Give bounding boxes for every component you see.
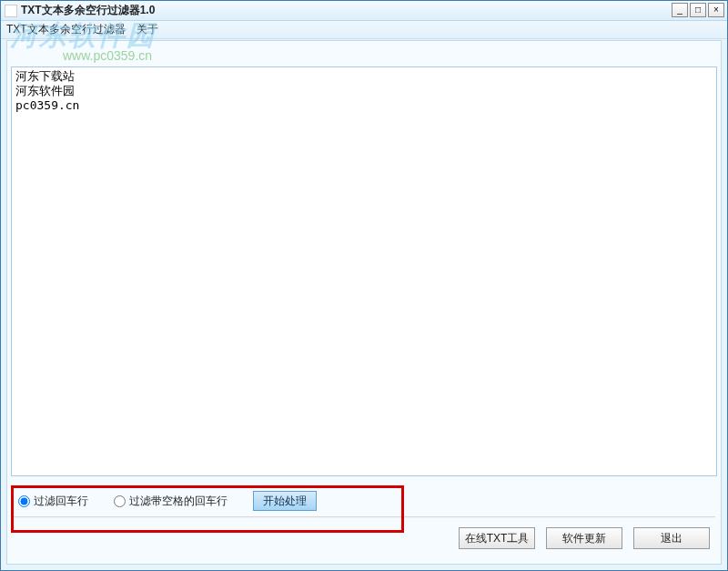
main-textarea[interactable]: [12, 67, 716, 475]
update-button[interactable]: 软件更新: [546, 527, 622, 549]
online-tool-button[interactable]: 在线TXT工具: [459, 527, 535, 549]
menu-main[interactable]: TXT文本多余空行过滤器: [6, 22, 126, 37]
maximize-button[interactable]: □: [690, 3, 706, 17]
radio-filter-space-cr[interactable]: 过滤带空格的回车行: [114, 494, 228, 509]
bottom-button-row: 在线TXT工具 软件更新 退出: [459, 527, 710, 549]
menubar: TXT文本多余空行过滤器 关于: [1, 21, 727, 39]
radio-filter-cr-input[interactable]: [18, 495, 30, 507]
window-title: TXT文本多余空行过滤器1.0: [21, 3, 155, 18]
window-controls: _ □ ×: [672, 3, 724, 17]
radio-filter-cr[interactable]: 过滤回车行: [18, 494, 88, 509]
titlebar[interactable]: TXT文本多余空行过滤器1.0 _ □ ×: [1, 1, 727, 21]
radio-filter-space-cr-input[interactable]: [114, 495, 126, 507]
menu-about[interactable]: 关于: [136, 22, 158, 37]
radio-filter-space-cr-label: 过滤带空格的回车行: [129, 494, 228, 509]
app-icon: [5, 5, 17, 17]
options-row: 过滤回车行 过滤带空格的回车行 开始处理: [18, 491, 715, 511]
radio-filter-cr-label: 过滤回车行: [34, 494, 88, 509]
client-area: 过滤回车行 过滤带空格的回车行 开始处理 在线TXT工具 软件更新 退出: [6, 40, 722, 565]
start-button[interactable]: 开始处理: [253, 491, 317, 511]
exit-button[interactable]: 退出: [633, 527, 710, 549]
text-area-container: [11, 66, 717, 476]
minimize-button[interactable]: _: [672, 3, 688, 17]
close-button[interactable]: ×: [708, 3, 724, 17]
window-frame: TXT文本多余空行过滤器1.0 _ □ × TXT文本多余空行过滤器 关于 河东…: [0, 0, 728, 571]
divider: [11, 516, 715, 518]
